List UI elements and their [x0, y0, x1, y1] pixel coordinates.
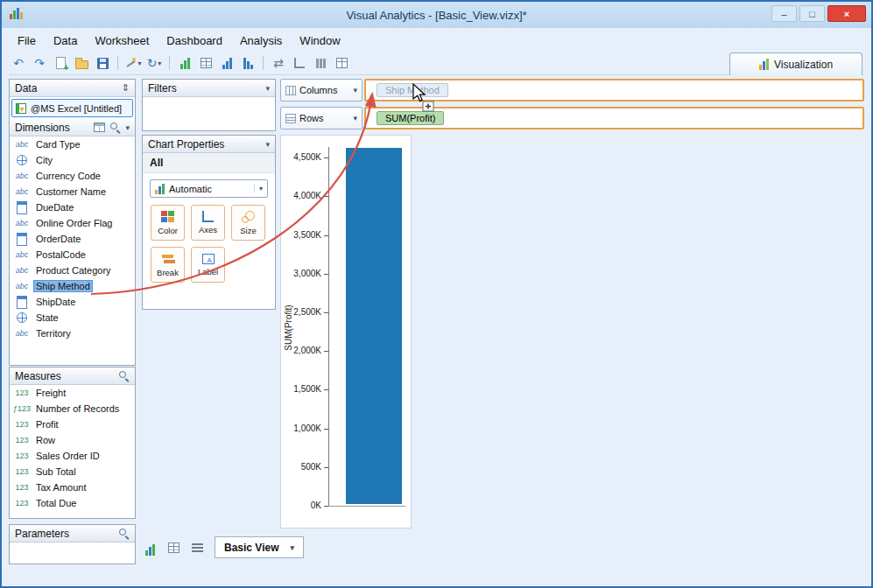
- chart-canvas[interactable]: SUM(Profit) 0K500K1,000K1,500K2,000K2,50…: [280, 135, 412, 528]
- new-crosstab-tab-button[interactable]: [165, 540, 181, 556]
- connect-data-button[interactable]: ▾: [123, 53, 143, 73]
- redo-button[interactable]: ↷: [30, 53, 49, 73]
- measure-item[interactable]: Profit: [10, 416, 135, 432]
- chart-properties-title: Chart Properties: [148, 138, 224, 150]
- worksheet-tab-bar: Basic View ▾: [142, 536, 864, 559]
- sort-descending-button[interactable]: [238, 53, 257, 73]
- filters-header[interactable]: Filters ▾: [143, 80, 275, 97]
- chart-prop-button-color[interactable]: Color: [151, 205, 185, 241]
- app-window: Visual Analytics - [Basic_View.vizx]* – …: [0, 0, 873, 588]
- globe-icon: [12, 312, 32, 323]
- rows-shelf[interactable]: SUM(Profit): [364, 107, 864, 130]
- dimension-item[interactable]: Customer Name: [10, 184, 135, 200]
- tab-visualization[interactable]: Visualization: [729, 52, 862, 75]
- y-axis-line: [328, 147, 329, 507]
- measure-item[interactable]: Number of Records: [10, 401, 135, 416]
- new-crosstab-icon: [168, 542, 180, 553]
- columns-shelf[interactable]: Ship Method: [364, 79, 864, 102]
- axes-icon: [202, 211, 214, 222]
- measure-label: Sub Total: [34, 466, 78, 477]
- swap-axes-button[interactable]: ⇄: [269, 53, 288, 73]
- crosstab-icon: [201, 58, 212, 68]
- chart-prop-button-label[interactable]: Label: [191, 247, 225, 283]
- measure-item[interactable]: Sub Total: [10, 464, 135, 480]
- add-chart-button[interactable]: [175, 53, 194, 73]
- dimension-item[interactable]: State: [10, 310, 135, 326]
- title-bar[interactable]: Visual Analytics - [Basic_View.vizx]* – …: [2, 2, 871, 28]
- level-button[interactable]: [311, 53, 330, 73]
- add-crosstab-button[interactable]: [196, 53, 215, 73]
- open-button[interactable]: [72, 53, 91, 73]
- menu-item-analysis[interactable]: Analysis: [231, 32, 291, 50]
- profit-bar[interactable]: [346, 148, 402, 504]
- chart-prop-button-size[interactable]: Size: [231, 205, 265, 241]
- chevron-down-icon: ▾: [137, 60, 141, 67]
- toolbar-separator: [169, 56, 170, 70]
- matrix-button[interactable]: [332, 53, 351, 73]
- refresh-button[interactable]: ↻▾: [144, 53, 164, 73]
- minimize-button[interactable]: –: [771, 5, 797, 22]
- search-icon[interactable]: [118, 528, 130, 539]
- undo-button[interactable]: ↶: [9, 53, 28, 73]
- maximize-button[interactable]: □: [799, 5, 825, 22]
- dimension-item[interactable]: Product Category: [10, 262, 135, 278]
- y-tick-label: 3,500K: [281, 230, 321, 240]
- add-chart-icon: [180, 58, 190, 69]
- worksheet-list-button[interactable]: [189, 540, 205, 556]
- dimensions-header[interactable]: Dimensions ▾: [10, 119, 135, 136]
- search-icon[interactable]: [109, 122, 121, 133]
- dimension-item[interactable]: Currency Code: [10, 168, 135, 184]
- measure-item[interactable]: Freight: [10, 385, 135, 401]
- sort-ascending-button[interactable]: [217, 53, 236, 73]
- measure-item[interactable]: Sales Order ID: [10, 448, 135, 464]
- chart-prop-button-break[interactable]: Break: [151, 247, 185, 283]
- chart-properties-header[interactable]: Chart Properties ▾: [143, 136, 275, 153]
- chevron-down-icon[interactable]: ▾: [353, 114, 357, 122]
- dimension-item[interactable]: Ship Method: [10, 278, 135, 294]
- chevron-down-icon[interactable]: ▾: [265, 140, 270, 149]
- columns-shelf-label[interactable]: Columns ▾: [280, 79, 363, 102]
- dimension-item[interactable]: City: [10, 152, 135, 168]
- data-source-item[interactable]: @MS Excel [Untitled]: [11, 99, 133, 117]
- dimension-item[interactable]: OrderDate: [10, 231, 135, 247]
- dimension-item[interactable]: Territory: [10, 326, 135, 341]
- new-worksheet-button[interactable]: [51, 53, 70, 73]
- dimension-item[interactable]: Online Order Flag: [10, 215, 135, 231]
- close-button[interactable]: ×: [827, 5, 866, 22]
- dimension-item[interactable]: ShipDate: [10, 294, 135, 310]
- measures-header[interactable]: Measures: [10, 368, 135, 385]
- 123-icon: [12, 452, 32, 460]
- parameters-header[interactable]: Parameters: [10, 525, 135, 542]
- new-worksheet-tab-button[interactable]: [142, 540, 158, 556]
- data-panel-header[interactable]: Data ⇕: [10, 80, 135, 97]
- menu-item-dashboard[interactable]: Dashboard: [158, 32, 231, 50]
- chevron-down-icon[interactable]: ▾: [265, 84, 270, 93]
- tab-basic-view[interactable]: Basic View ▾: [215, 536, 304, 558]
- dimension-item[interactable]: DueDate: [10, 200, 135, 215]
- menu-item-data[interactable]: Data: [45, 32, 86, 50]
- menu-item-file[interactable]: File: [9, 32, 45, 50]
- chevron-down-icon[interactable]: ▾: [125, 123, 130, 132]
- columns-pill-ship-method[interactable]: Ship Method: [377, 83, 448, 97]
- dimension-item[interactable]: PostalCode: [10, 247, 135, 262]
- chart-type-select[interactable]: Automatic ▾: [150, 179, 268, 198]
- measure-item[interactable]: Total Due: [10, 495, 135, 511]
- measure-item[interactable]: Tax Amount: [10, 480, 135, 495]
- label-icon: [202, 254, 215, 264]
- abc-icon: [12, 250, 32, 259]
- dimension-item[interactable]: Card Type: [10, 136, 135, 152]
- fit-axes-button[interactable]: [290, 53, 309, 73]
- search-icon[interactable]: [118, 370, 130, 382]
- save-button[interactable]: [93, 53, 112, 73]
- chart-prop-button-axes[interactable]: Axes: [191, 205, 225, 241]
- measure-item[interactable]: Row: [10, 432, 135, 448]
- collapse-expand-icon[interactable]: ⇕: [122, 82, 130, 94]
- rows-pill-sum-profit[interactable]: SUM(Profit): [377, 111, 444, 125]
- rows-shelf-label[interactable]: Rows ▾: [280, 107, 363, 130]
- chevron-down-icon[interactable]: ▾: [353, 86, 357, 94]
- table-view-icon[interactable]: [94, 122, 105, 132]
- menu-item-window[interactable]: Window: [291, 32, 348, 50]
- y-tick-label: 4,000K: [281, 191, 321, 200]
- menu-item-worksheet[interactable]: Worksheet: [86, 32, 158, 50]
- chevron-down-icon[interactable]: ▾: [290, 543, 294, 552]
